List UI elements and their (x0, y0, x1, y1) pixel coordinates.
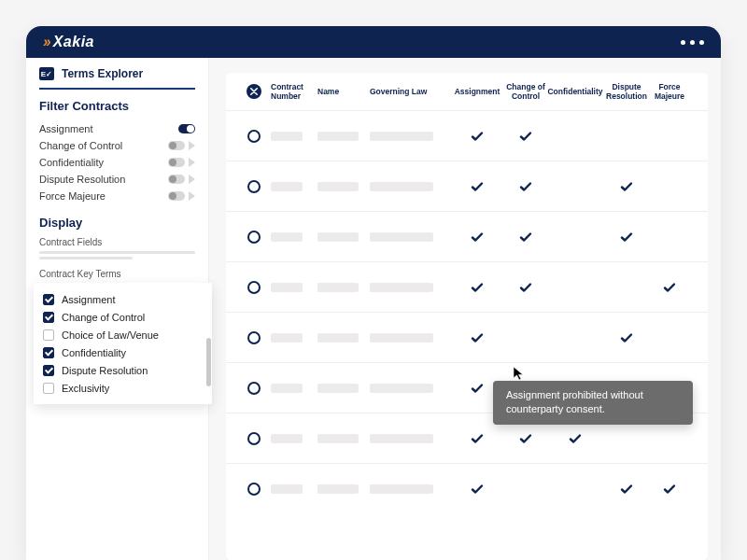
key-term-label: Change of Control (62, 312, 145, 323)
logo-mark-icon: ›› (43, 34, 49, 50)
key-term-exclusivity[interactable]: Exclusivity (43, 379, 204, 397)
table-row[interactable] (226, 413, 708, 463)
checkbox[interactable] (43, 365, 54, 376)
key-term-dispute-resolution[interactable]: Dispute Resolution (43, 361, 204, 379)
cell-dispute-resolution[interactable] (603, 330, 650, 345)
cell-assignment[interactable] (450, 280, 504, 295)
filter-label: Dispute Resolution (39, 174, 125, 185)
table-row[interactable] (226, 211, 708, 261)
terms-explorer-header[interactable]: E✓ Terms Explorer (39, 67, 195, 90)
key-term-assignment[interactable]: Assignment (43, 290, 204, 308)
col-dispute-resolution[interactable]: Dispute Resolution (603, 82, 650, 101)
filter-row-change-of-control[interactable]: Change of Control (39, 137, 195, 154)
cell-assignment[interactable] (450, 381, 504, 396)
cell-assignment[interactable] (450, 482, 504, 497)
cell-confidentiality[interactable] (547, 431, 603, 446)
cell-placeholder (271, 384, 303, 393)
brand-logo: ›› Xakia (43, 34, 94, 50)
cell-force-majeure[interactable] (650, 280, 689, 295)
cell-change-of-control[interactable] (504, 230, 547, 245)
key-term-choice-of-law-venue[interactable]: Choice of Law/Venue (43, 326, 204, 343)
col-contract-number[interactable]: Contract Number (271, 82, 317, 101)
checkbox[interactable] (43, 347, 54, 358)
filter-label: Change of Control (39, 140, 122, 151)
checkbox[interactable] (43, 329, 54, 341)
row-select-radio[interactable] (247, 180, 261, 193)
filter-toggle[interactable] (168, 158, 185, 167)
contracts-table: Contract Number Name Governing Law Assig… (226, 73, 708, 560)
checkbox[interactable] (43, 383, 54, 394)
table-body (226, 110, 708, 560)
table-row[interactable] (226, 312, 708, 362)
cell-force-majeure[interactable] (650, 482, 689, 497)
filter-contracts-title: Filter Contracts (39, 99, 195, 113)
col-assignment[interactable]: Assignment (450, 87, 504, 96)
filter-toggle[interactable] (168, 191, 185, 201)
row-select-radio[interactable] (247, 281, 261, 294)
clear-selection-button[interactable] (247, 84, 261, 99)
key-terms-panel: AssignmentChange of ControlChoice of Law… (34, 283, 212, 404)
checkbox[interactable] (43, 312, 54, 323)
cell-placeholder (370, 283, 433, 292)
table-row[interactable] (226, 463, 708, 513)
filter-toggle[interactable] (168, 141, 185, 150)
cell-assignment[interactable] (450, 431, 504, 446)
col-name[interactable]: Name (317, 87, 370, 96)
filter-label: Confidentiality (39, 157, 104, 168)
cell-placeholder (370, 434, 433, 443)
filter-toggle[interactable] (168, 175, 185, 184)
chevron-right-icon (189, 141, 195, 150)
row-select-radio[interactable] (247, 432, 261, 445)
table-row[interactable] (226, 261, 708, 312)
key-term-label: Assignment (62, 294, 115, 305)
cell-dispute-resolution[interactable] (603, 482, 650, 497)
filter-row-dispute-resolution[interactable]: Dispute Resolution (39, 171, 195, 188)
cell-change-of-control[interactable] (504, 179, 547, 194)
cell-change-of-control[interactable] (504, 431, 547, 446)
main-area: Contract Number Name Governing Law Assig… (209, 58, 721, 560)
checkbox[interactable] (43, 294, 54, 305)
cell-placeholder (271, 132, 303, 141)
col-force-majeure[interactable]: Force Majeure (650, 82, 689, 101)
cell-placeholder (317, 434, 359, 443)
filter-toggle[interactable] (178, 124, 195, 133)
key-term-confidentiality[interactable]: Confidentiality (43, 343, 204, 361)
cell-assignment[interactable] (450, 129, 504, 144)
cell-change-of-control[interactable] (504, 381, 547, 396)
cell-change-of-control[interactable] (504, 129, 547, 144)
table-row[interactable] (226, 161, 708, 211)
cell-assignment[interactable] (450, 330, 504, 345)
col-confidentiality[interactable]: Confidentiality (547, 87, 603, 96)
terms-explorer-label: Terms Explorer (62, 67, 143, 80)
cell-assignment[interactable] (450, 230, 504, 245)
cell-placeholder (271, 182, 303, 191)
filter-label: Assignment (39, 123, 92, 134)
window-menu-button[interactable] (681, 40, 704, 45)
content: E✓ Terms Explorer Filter Contracts Assig… (26, 58, 721, 560)
cell-dispute-resolution[interactable] (603, 230, 650, 245)
cell-placeholder (271, 232, 303, 242)
filter-row-assignment[interactable]: Assignment (39, 120, 195, 137)
col-change-of-control[interactable]: Change of Control (504, 82, 547, 101)
cell-placeholder (271, 484, 303, 494)
row-select-radio[interactable] (247, 130, 261, 143)
cell-placeholder (317, 182, 359, 191)
filter-row-force-majeure[interactable]: Force Majeure (39, 188, 195, 204)
row-select-radio[interactable] (247, 483, 261, 496)
key-term-change-of-control[interactable]: Change of Control (43, 308, 204, 326)
key-term-label: Dispute Resolution (62, 365, 148, 376)
table-row[interactable] (226, 362, 708, 413)
table-header: Contract Number Name Governing Law Assig… (226, 73, 708, 110)
cell-placeholder (370, 484, 433, 494)
col-governing-law[interactable]: Governing Law (370, 87, 450, 96)
cell-assignment[interactable] (450, 179, 504, 194)
contract-fields-label: Contract Fields (39, 237, 195, 247)
cell-change-of-control[interactable] (504, 280, 547, 295)
row-select-radio[interactable] (247, 231, 261, 244)
filter-row-confidentiality[interactable]: Confidentiality (39, 154, 195, 171)
row-select-radio[interactable] (247, 382, 261, 395)
table-row[interactable] (226, 110, 708, 161)
cell-dispute-resolution[interactable] (603, 179, 650, 194)
display-title: Display (39, 216, 195, 230)
row-select-radio[interactable] (247, 331, 261, 344)
